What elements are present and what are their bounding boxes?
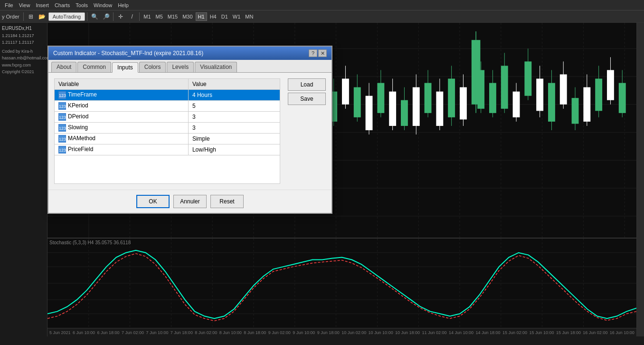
row-variable: 123PriceField xyxy=(55,144,189,155)
toolbar-separator-1 xyxy=(23,12,24,21)
tl-11: 9 Jun 10:00 xyxy=(293,330,315,335)
row-icon: 123 xyxy=(58,124,66,132)
tf-w1[interactable]: W1 xyxy=(231,13,243,20)
tl-21: 15 Jun 18:00 xyxy=(556,330,581,335)
tab-colors[interactable]: Colors xyxy=(139,62,166,72)
tab-inputs[interactable]: Inputs xyxy=(112,62,138,73)
tf-h4[interactable]: H4 xyxy=(208,13,218,20)
email-info: hassan.mb@hotmail.com xyxy=(2,55,45,61)
tl-16: 11 Jun 02:00 xyxy=(422,330,447,335)
params-table: Variable Value 123TimeFrame 4 Hours xyxy=(54,78,280,155)
tl-22: 16 Jun 02:00 xyxy=(583,330,607,335)
table-row[interactable]: 123KPeriod 5 xyxy=(55,101,280,112)
tl-8: 8 Jun 10:00 xyxy=(219,330,242,335)
stochastic-svg xyxy=(47,239,636,328)
line-tool-icon[interactable]: / xyxy=(127,11,137,22)
zoom-in-icon[interactable]: 🔍 xyxy=(89,11,100,22)
main-toolbar: y Order ⊞ 📂 AutoTrading 🔍 🔎 ✛ / M1 M5 M1… xyxy=(0,10,644,23)
row-value: 3 xyxy=(188,123,280,134)
tf-h1[interactable]: H1 xyxy=(196,12,207,21)
coded-by: Coded by Kira-h xyxy=(2,48,45,55)
dialog-controls: ? ✕ xyxy=(309,49,327,57)
tl-15: 10 Jun 18:00 xyxy=(395,330,420,335)
tl-1: 5 Jun 2021 xyxy=(49,330,71,335)
symbol-name: EURUSDx,H1 xyxy=(2,25,45,32)
tab-visualization[interactable]: Visualization xyxy=(195,62,237,72)
tl-19: 15 Jun 02:00 xyxy=(502,330,527,335)
order-label: y Order xyxy=(2,14,19,19)
zoom-out-icon[interactable]: 🔎 xyxy=(101,11,111,22)
stochastic-label: Stochastic (5,3,3) H4 35.0575 36.6118 xyxy=(49,240,131,245)
open-icon[interactable]: 📂 xyxy=(37,11,47,22)
tab-about[interactable]: About xyxy=(51,62,76,72)
row-value: 3 xyxy=(188,112,280,123)
row-icon: 123 xyxy=(58,146,66,153)
row-icon: 123 xyxy=(58,91,66,99)
copyright-info: Copyright ©2021 xyxy=(2,68,45,75)
reset-button[interactable]: Reset xyxy=(210,195,244,208)
table-row[interactable]: 123PriceField Low/High xyxy=(55,144,280,155)
right-scrollbar[interactable] xyxy=(636,23,644,336)
dialog-titlebar: Custom Indicator - Stochastic_MTF-Ind (e… xyxy=(48,47,331,60)
price-info: 1.21184 1.21217 1.21117 1.21117 xyxy=(2,32,45,46)
row-icon: 123 xyxy=(58,102,66,110)
tf-d1[interactable]: D1 xyxy=(219,13,230,20)
dialog-help-button[interactable]: ? xyxy=(309,49,317,57)
tf-m1[interactable]: M1 xyxy=(142,13,152,20)
col-value: Value xyxy=(188,79,280,90)
toolbar-separator-2 xyxy=(87,12,87,21)
table-row[interactable]: 123MAMethod Simple xyxy=(55,134,280,144)
annuler-button[interactable]: Annuler xyxy=(173,195,207,208)
dialog-content: Variable Value 123TimeFrame 4 Hours xyxy=(48,73,331,190)
tools-menu[interactable]: Tools xyxy=(73,1,91,9)
row-icon: 123 xyxy=(58,113,66,121)
tl-2: 6 Jun 10:00 xyxy=(73,330,95,335)
dialog-close-button[interactable]: ✕ xyxy=(318,49,327,57)
load-button[interactable]: Load xyxy=(288,78,326,91)
tl-14: 10 Jun 10:00 xyxy=(369,330,393,335)
tab-levels[interactable]: Levels xyxy=(167,62,194,72)
tf-m15[interactable]: M15 xyxy=(166,13,180,20)
table-row[interactable]: 123DPeriod 3 xyxy=(55,112,280,123)
dialog-right-buttons: Load Save xyxy=(288,78,326,184)
tf-m5[interactable]: M5 xyxy=(154,13,165,20)
tl-18: 14 Jun 18:00 xyxy=(475,330,500,335)
row-value: 4 Hours xyxy=(188,90,280,101)
table-row[interactable]: 123Slowing 3 xyxy=(55,123,280,134)
autotrading-btn[interactable]: AutoTrading xyxy=(48,12,85,21)
row-variable: 123Slowing xyxy=(55,123,189,134)
col-variable: Variable xyxy=(55,79,189,90)
tl-9: 8 Jun 18:00 xyxy=(244,330,266,335)
new-chart-icon[interactable]: ⊞ xyxy=(26,11,36,22)
row-value: Low/High xyxy=(188,144,280,155)
charts-menu[interactable]: Charts xyxy=(52,1,73,9)
dialog-title-text: Custom Indicator - Stochastic_MTF-Ind (e… xyxy=(53,50,203,57)
dialog-footer: OK Annuler Reset xyxy=(48,190,331,213)
crosshair-icon[interactable]: ✛ xyxy=(115,11,126,22)
file-menu[interactable]: File xyxy=(2,1,16,9)
dialog: Custom Indicator - Stochastic_MTF-Ind (e… xyxy=(47,46,332,214)
help-menu[interactable]: Help xyxy=(115,1,132,9)
ok-button[interactable]: OK xyxy=(136,195,170,208)
tl-3: 6 Jun 18:00 xyxy=(97,330,119,335)
tl-12: 9 Jun 18:00 xyxy=(317,330,340,335)
row-variable: 123DPeriod xyxy=(55,112,189,123)
row-variable: 123MAMethod xyxy=(55,134,189,144)
tl-5: 7 Jun 10:00 xyxy=(146,330,168,335)
window-menu[interactable]: Window xyxy=(91,1,115,9)
save-button[interactable]: Save xyxy=(288,93,326,105)
tab-common[interactable]: Common xyxy=(77,62,111,72)
row-value: Simple xyxy=(188,134,280,144)
view-menu[interactable]: View xyxy=(16,1,33,9)
tl-23: 16 Jun 10:00 xyxy=(610,330,635,335)
row-variable: 123TimeFrame xyxy=(55,90,189,101)
table-wrapper: Variable Value 123TimeFrame 4 Hours xyxy=(54,78,280,184)
left-panel: EURUSDx,H1 1.21184 1.21217 1.21117 1.211… xyxy=(0,23,47,336)
tf-m30[interactable]: M30 xyxy=(180,13,194,20)
tl-17: 14 Jun 10:00 xyxy=(449,330,474,335)
tf-mn[interactable]: MN xyxy=(243,13,255,20)
tl-6: 7 Jun 18:00 xyxy=(170,330,193,335)
insert-menu[interactable]: Insert xyxy=(33,1,52,9)
table-row[interactable]: 123TimeFrame 4 Hours xyxy=(55,90,280,101)
stochastic-panel: Stochastic (5,3,3) H4 35.0575 36.6118 xyxy=(47,238,636,328)
